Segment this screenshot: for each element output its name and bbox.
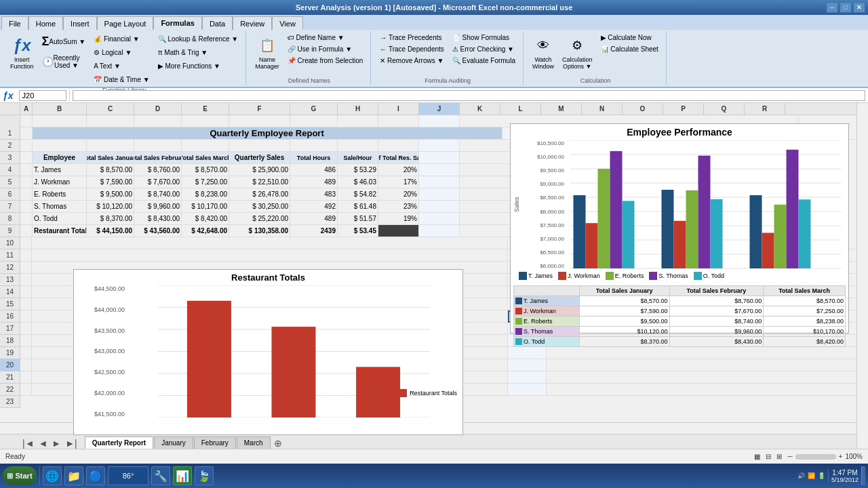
watch-icon: 👁 <box>532 35 554 56</box>
calculate-now-button[interactable]: ▶ Calculate Now <box>597 33 662 43</box>
trace-precedents-button[interactable]: → Trace Precedents <box>376 33 448 43</box>
more-functions-button[interactable]: ▶ More Functions ▼ <box>155 60 242 72</box>
maximize-button[interactable]: □ <box>840 2 852 13</box>
performance-chart-title: Employee Performance <box>513 127 846 138</box>
svg-rect-9 <box>356 367 400 418</box>
sheet-tab-january[interactable]: January <box>154 436 193 449</box>
taskbar-app-chrome[interactable]: 🔵 <box>86 466 105 485</box>
tab-page-layout[interactable]: Page Layout <box>97 16 154 30</box>
taskbar-app-logo[interactable]: 🍃 <box>195 466 214 485</box>
minimize-button[interactable]: ─ <box>826 2 838 13</box>
svg-rect-25 <box>574 195 586 268</box>
zoom-level: 100% <box>845 453 863 460</box>
vertical-scrollbar[interactable] <box>856 103 868 449</box>
svg-rect-34 <box>711 199 723 268</box>
normal-view-button[interactable]: ▦ <box>754 453 760 460</box>
show-desktop-button[interactable] <box>861 466 865 485</box>
page-layout-view-button[interactable]: ⊟ <box>766 453 771 460</box>
column-headers: A B C D E F G H I J K L M N O P Q R <box>0 103 868 115</box>
evaluate-formula-button[interactable]: 🔍 Evaluate Formula <box>449 56 519 66</box>
svg-rect-30 <box>662 190 674 268</box>
tab-insert[interactable]: Insert <box>63 16 97 30</box>
restaurant-chart[interactable]: Restaurant Totals $44,500.00 $44,000.00 … <box>73 269 463 435</box>
close-button[interactable]: ✕ <box>853 2 865 13</box>
tab-home[interactable]: Home <box>28 16 63 30</box>
title-bar: Server Analysis (version 1) [Autosaved] … <box>0 0 868 15</box>
formula-bar: ƒx J20 <box>0 88 868 103</box>
insert-function-button[interactable]: ƒx InsertFunction <box>7 33 37 72</box>
taskbar-app-excel[interactable]: 📊 <box>173 466 192 485</box>
svg-rect-7 <box>187 301 231 418</box>
use-in-formula-button[interactable]: 🔗 Use in Formula ▼ <box>284 44 367 54</box>
row-numbers: 1 2 3 4 5 6 7 8 9 10 11 12 13 14 15 16 1… <box>0 115 20 449</box>
tab-review[interactable]: Review <box>233 16 272 30</box>
calc-options-icon: ⚙ <box>566 35 588 56</box>
taskbar-divider <box>39 466 40 485</box>
start-button[interactable]: ⊞ Start <box>3 466 37 485</box>
status-text: Ready <box>5 453 25 460</box>
sheet-tab-march[interactable]: March <box>237 436 271 449</box>
svg-rect-26 <box>586 223 598 268</box>
tab-file[interactable]: File <box>1 16 28 30</box>
sheet-nav-last[interactable]: ►| <box>63 438 79 449</box>
calculate-sheet-button[interactable]: 📊 Calculate Sheet <box>597 44 662 54</box>
taskbar-app-ie[interactable]: 🌐 <box>43 466 62 485</box>
trace-dependents-button[interactable]: ← Trace Dependents <box>376 44 448 54</box>
svg-rect-33 <box>698 156 711 268</box>
employee-performance-chart[interactable]: Employee Performance Sales $10,500.00 $1… <box>510 123 849 333</box>
formula-input[interactable] <box>73 90 865 101</box>
defined-names-group: 📋 NameManager 🏷 Define Name ▼ 🔗 Use in F… <box>248 31 371 85</box>
sheet-tab-bar: |◄ ◄ ► ►| Quarterly Report January Febru… <box>0 434 868 449</box>
window-title: Server Analysis (version 1) [Autosaved] … <box>296 3 573 12</box>
sheet-nav-next[interactable]: ► <box>50 438 63 449</box>
calculation-group: 👁 WatchWindow ⚙ CalculationOptions ▼ ▶ C… <box>525 31 667 85</box>
remove-arrows-button[interactable]: ✕ Remove Arrows ▼ <box>376 56 448 66</box>
define-name-button[interactable]: 🏷 Define Name ▼ <box>284 33 367 43</box>
sheet-nav-first[interactable]: |◄ <box>20 438 37 449</box>
svg-rect-8 <box>272 327 316 418</box>
ribbon-content: ƒx InsertFunction Σ AutoSum ▼ 🕐 Recently… <box>0 30 868 88</box>
svg-rect-28 <box>610 151 623 268</box>
watch-window-button[interactable]: 👁 WatchWindow <box>529 33 557 72</box>
clock[interactable]: 1:47 PM 5/19/2012 <box>831 469 859 483</box>
ribbon-tab-bar: File Home Insert Page Layout Formulas Da… <box>0 15 868 30</box>
sheet-tab-quarterly-report[interactable]: Quarterly Report <box>85 436 153 449</box>
restaurant-chart-svg: Total Sales January Total Sales February… <box>127 285 460 418</box>
show-formulas-button[interactable]: 📄 Show Formulas <box>449 33 519 43</box>
tab-data[interactable]: Data <box>202 16 233 30</box>
sheet-tab-february[interactable]: February <box>194 436 236 449</box>
taskbar-app-explorer[interactable]: 📁 <box>64 466 83 485</box>
page-break-view-button[interactable]: ⊞ <box>776 453 782 460</box>
financial-button[interactable]: 💰 Financial ▼ <box>90 33 153 45</box>
chart-title: Restaurant Totals <box>77 272 460 283</box>
text-button[interactable]: A Text ▼ <box>90 60 153 72</box>
function-library-group: ƒx InsertFunction Σ AutoSum ▼ 🕐 Recently… <box>3 31 246 85</box>
insert-sheet-button[interactable]: ⊕ <box>274 438 282 449</box>
name-manager-icon: 📋 <box>256 35 278 56</box>
error-checking-button[interactable]: ⚠ Error Checking ▼ <box>449 44 519 54</box>
formula-auditing-group: → Trace Precedents ← Trace Dependents ✕ … <box>372 31 524 85</box>
sheet-nav-prev[interactable]: ◄ <box>37 438 50 449</box>
calculation-options-button[interactable]: ⚙ CalculationOptions ▼ <box>559 33 596 72</box>
performance-chart-svg: Total Sales January Total Sales February… <box>566 140 846 269</box>
math-trig-button[interactable]: π Math & Trig ▼ <box>155 46 242 58</box>
name-box[interactable]: J20 <box>19 90 66 101</box>
date-time-button[interactable]: 📅 Date & Time ▼ <box>90 73 153 85</box>
name-manager-button[interactable]: 📋 NameManager <box>252 33 283 72</box>
create-from-selection-button[interactable]: 📌 Create from Selection <box>284 56 367 66</box>
svg-rect-39 <box>799 199 811 268</box>
status-bar: Ready ▦ ⊟ ⊞ ─ + 100% <box>0 449 868 464</box>
zoom-slider[interactable] <box>795 454 836 460</box>
function-icon: ƒx <box>11 35 33 56</box>
taskbar-app-unknown[interactable]: 🔧 <box>151 466 170 485</box>
lookup-ref-button[interactable]: 🔍 Lookup & Reference ▼ <box>155 33 242 45</box>
autosum-button[interactable]: Σ AutoSum ▼ <box>39 33 90 51</box>
tab-view[interactable]: View <box>272 16 303 30</box>
report-title: Quarterly Employee Report <box>33 127 502 140</box>
recently-used-button[interactable]: 🕐 RecentlyUsed ▼ <box>39 52 90 71</box>
svg-rect-36 <box>762 233 774 269</box>
taskbar-app-weather[interactable]: 86° <box>108 466 149 485</box>
svg-rect-31 <box>674 221 686 268</box>
logical-button[interactable]: ⚙ Logical ▼ <box>90 46 153 58</box>
tab-formulas[interactable]: Formulas <box>153 16 202 30</box>
